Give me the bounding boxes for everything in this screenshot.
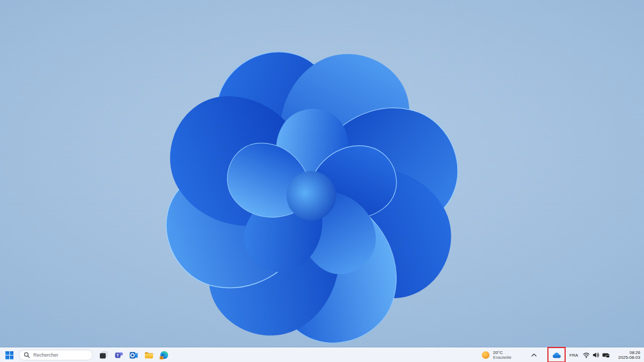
tray-overflow-button[interactable]	[528, 349, 540, 361]
taskbar-app-file-explorer[interactable]	[141, 349, 156, 361]
taskbar: Rechercher T	[0, 348, 644, 362]
wifi-icon	[583, 352, 590, 358]
desktop[interactable]: Rechercher T	[0, 0, 644, 362]
start-button[interactable]	[2, 349, 16, 361]
volume-icon	[592, 352, 599, 358]
taskbar-app-teams[interactable]: T	[111, 349, 126, 361]
edge-icon	[159, 351, 169, 360]
outlook-icon	[129, 351, 138, 360]
weather-temperature: 20°C	[493, 350, 503, 356]
language-indicator[interactable]: FRA	[567, 349, 581, 361]
file-explorer-icon	[144, 351, 153, 360]
clock-tray-button[interactable]: 08:26 2025-08-03	[617, 349, 642, 362]
onedrive-cloud-icon	[552, 352, 561, 359]
search-box[interactable]: Rechercher	[19, 350, 93, 360]
taskbar-app-task-view[interactable]	[96, 349, 111, 361]
battery-icon	[602, 352, 610, 358]
search-placeholder: Rechercher	[33, 352, 58, 358]
search-icon	[24, 352, 30, 358]
taskbar-app-edge[interactable]	[156, 349, 171, 361]
chevron-up-icon	[531, 352, 537, 358]
task-view-icon	[99, 351, 108, 359]
clock-date: 2025-08-03	[618, 355, 640, 360]
quick-settings-button[interactable]	[581, 349, 612, 361]
teams-icon: T	[114, 351, 123, 360]
svg-text:T: T	[116, 353, 119, 358]
taskbar-right-group: 20°C Ensoleillé	[478, 348, 642, 362]
windows-bloom-wallpaper	[91, 16, 531, 351]
taskbar-app-outlook[interactable]	[126, 349, 141, 361]
weather-widget[interactable]: 20°C Ensoleillé	[478, 349, 515, 362]
weather-text: 20°C Ensoleillé	[493, 350, 511, 360]
taskbar-left-group: Rechercher T	[2, 348, 171, 362]
onedrive-tray-button[interactable]	[548, 349, 565, 361]
windows-logo-icon	[5, 351, 13, 359]
onedrive-tray-area	[547, 348, 566, 362]
weather-condition: Ensoleillé	[493, 355, 511, 360]
sun-icon	[481, 351, 490, 359]
clock-time: 08:26	[630, 350, 640, 356]
